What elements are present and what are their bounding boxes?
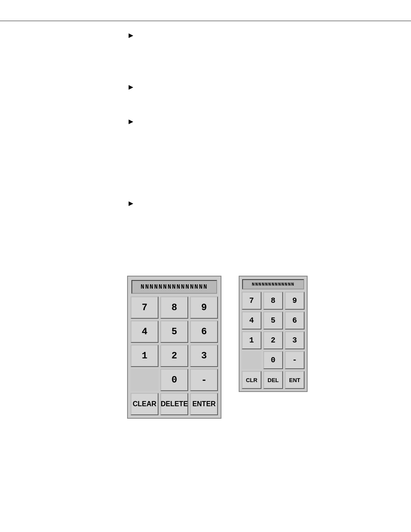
large-keypad-row-1: 7 8 9 [130, 296, 219, 320]
large-keypad: NNNNNNNNNNNNNNN 7 8 9 4 5 6 1 2 3 0 - CL… [127, 276, 221, 419]
small-key-clr[interactable]: CLR [242, 371, 262, 389]
bullet-arrow-1: ► [127, 31, 135, 40]
small-key-7[interactable]: 7 [242, 292, 262, 310]
large-key-6[interactable]: 6 [190, 320, 218, 343]
large-key-clear[interactable]: CLEAR [131, 393, 159, 415]
small-key-5[interactable]: 5 [263, 311, 283, 330]
small-key-6[interactable]: 6 [285, 311, 305, 330]
top-divider [0, 21, 411, 21]
small-key-ent[interactable]: ENT [285, 371, 305, 389]
bullet-section-3: ► [127, 116, 385, 126]
small-keypad-row-1: 7 8 9 [241, 291, 305, 311]
keypads-container: NNNNNNNNNNNNNNN 7 8 9 4 5 6 1 2 3 0 - CL… [127, 276, 308, 419]
bullet-section-1: ► [127, 30, 385, 40]
small-key-del[interactable]: DEL [263, 371, 283, 389]
large-keypad-row-2: 4 5 6 [130, 320, 219, 344]
large-key-0[interactable]: 0 [160, 369, 188, 391]
large-key-9[interactable]: 9 [190, 296, 218, 319]
small-key-1[interactable]: 1 [242, 331, 262, 349]
large-key-7[interactable]: 7 [131, 296, 159, 319]
large-keypad-row-5: CLEAR DELETE ENTER [130, 392, 219, 416]
large-key-dash[interactable]: - [190, 369, 218, 391]
small-key-empty [242, 351, 262, 369]
large-key-4[interactable]: 4 [131, 320, 159, 343]
small-key-0[interactable]: 0 [263, 351, 283, 369]
bullet-arrow-2: ► [127, 83, 135, 92]
large-key-2[interactable]: 2 [160, 345, 188, 367]
large-key-1[interactable]: 1 [131, 345, 159, 367]
large-key-3[interactable]: 3 [190, 345, 218, 367]
large-key-empty [131, 369, 159, 391]
small-key-2[interactable]: 2 [263, 331, 283, 349]
small-keypad-row-4: 0 - [241, 350, 305, 370]
bullet-section-2: ► [127, 82, 385, 92]
large-keypad-row-3: 1 2 3 [130, 344, 219, 368]
large-keypad-row-4: 0 - [130, 368, 219, 392]
large-key-8[interactable]: 8 [160, 296, 188, 319]
small-keypad-row-3: 1 2 3 [241, 330, 305, 350]
small-key-dash[interactable]: - [285, 351, 305, 369]
small-keypad-row-5: CLR DEL ENT [241, 370, 305, 390]
bullet-arrow-3: ► [127, 117, 135, 126]
bullet-section-4: ► [127, 198, 385, 208]
small-keypad-display: NNNNNNNNNNNNN [242, 279, 304, 289]
large-key-5[interactable]: 5 [160, 320, 188, 343]
small-keypad: NNNNNNNNNNNNN 7 8 9 4 5 6 1 2 3 0 - CLR … [239, 276, 308, 392]
small-key-4[interactable]: 4 [242, 311, 262, 330]
large-keypad-display: NNNNNNNNNNNNNNN [131, 280, 217, 294]
small-key-9[interactable]: 9 [285, 292, 305, 310]
bullet-arrow-4: ► [127, 199, 135, 208]
small-keypad-row-2: 4 5 6 [241, 311, 305, 330]
small-key-8[interactable]: 8 [263, 292, 283, 310]
small-key-3[interactable]: 3 [285, 331, 305, 349]
large-key-delete[interactable]: DELETE [160, 393, 188, 415]
large-key-enter[interactable]: ENTER [190, 393, 218, 415]
